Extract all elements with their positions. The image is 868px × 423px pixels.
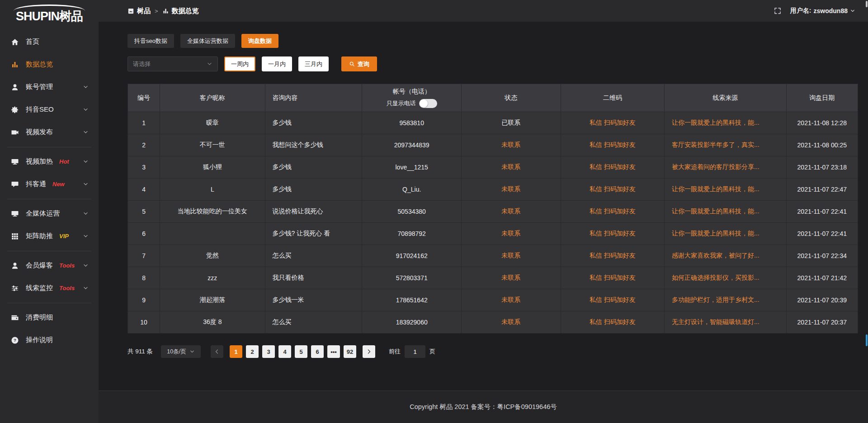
sidebar-item-video-publish[interactable]: 视频发布	[0, 121, 99, 144]
cell-nickname: 当地比较能吃的一位美女	[160, 201, 265, 223]
scrollbar-thumb[interactable]	[866, 1, 868, 7]
content: 抖音seo数据全媒体运营数据询盘数据 请选择 一周内一月内三月内 查询	[99, 22, 868, 390]
page-button-3[interactable]: 3	[262, 345, 275, 358]
cell-account: Q_Liu.	[362, 179, 462, 201]
cell-source-link[interactable]: 多功能护栏灯，适用于乡村文...	[664, 289, 786, 311]
page-button-4[interactable]: 4	[278, 345, 291, 358]
cell-qrcode-links[interactable]: 私信 扫码加好友	[561, 223, 664, 245]
sidebar-item-badge: Tools	[59, 262, 75, 269]
sidebar-item-badge: Hot	[59, 158, 69, 165]
sidebar-item-label: 抖客通	[26, 180, 46, 188]
table-row: 3狐小狸多少钱love__1215未联系私信 扫码加好友被大家追着问的客厅投影分…	[128, 156, 858, 179]
cell-date: 2021-11-07 21:42	[786, 267, 858, 289]
phone-only-toggle[interactable]	[419, 99, 437, 108]
filter-select[interactable]: 请选择	[127, 56, 218, 71]
cell-qrcode-links[interactable]: 私信 扫码加好友	[561, 156, 664, 179]
next-page-button[interactable]	[363, 345, 375, 358]
breadcrumb-item-current[interactable]: 数据总览	[162, 7, 199, 15]
monitor-icon	[11, 210, 19, 218]
goto-page-input[interactable]	[405, 345, 425, 358]
table-header-row: 编号 客户昵称 咨询内容 帐号（电话） 只显示电话 状态	[128, 84, 858, 112]
cell-account: 70898792	[362, 223, 462, 245]
tab-0[interactable]: 抖音seo数据	[127, 34, 174, 48]
scrollbar-marker	[866, 334, 868, 346]
page-button-6[interactable]: 6	[311, 345, 324, 358]
cell-source-link[interactable]: 让你一眼就爱上的黑科技，能...	[664, 179, 786, 201]
cell-qrcode-links[interactable]: 私信 扫码加好友	[561, 201, 664, 223]
period-button-0[interactable]: 一周内	[224, 56, 255, 71]
cell-source-link[interactable]: 让你一眼就爱上的黑科技，能...	[664, 201, 786, 223]
cell-nickname: 36度 8	[160, 311, 265, 334]
cell-source-link[interactable]: 客厅安装投影半年多了，真实...	[664, 134, 786, 156]
tab-2[interactable]: 询盘数据	[241, 34, 278, 48]
col-content: 咨询内容	[265, 84, 362, 112]
cell-source-link[interactable]: 无主灯设计，智能磁吸轨道灯...	[664, 311, 786, 334]
sidebar-item-label: 首页	[26, 38, 39, 46]
cell-date: 2021-11-07 22:41	[786, 201, 858, 223]
cell-qrcode-links[interactable]: 私信 扫码加好友	[561, 311, 664, 334]
sidebar-item-member-baoke[interactable]: 会员爆客Tools	[0, 254, 99, 277]
sidebar-item-account-manage[interactable]: 账号管理	[0, 76, 99, 99]
fullscreen-icon[interactable]	[774, 7, 781, 14]
sidebar-item-consume-detail[interactable]: 消费明细	[0, 306, 99, 329]
page-button-5[interactable]: 5	[295, 345, 307, 358]
cell-source-link[interactable]: 被大家追着问的客厅投影分享...	[664, 156, 786, 179]
search-button[interactable]: 查询	[341, 56, 377, 71]
period-button-1[interactable]: 一月内	[262, 56, 292, 71]
chevron-down-icon	[83, 84, 89, 90]
sidebar-item-media-operation[interactable]: 全媒体运营	[0, 202, 99, 225]
chevron-down-icon	[83, 285, 89, 291]
cell-qrcode-links[interactable]: 私信 扫码加好友	[561, 112, 664, 134]
col-date: 询盘日期	[786, 84, 858, 112]
inquiry-table: 编号 客户昵称 咨询内容 帐号（电话） 只显示电话 状态	[127, 84, 858, 334]
sidebar-item-matrix-boost[interactable]: 矩阵助推VIP	[0, 225, 99, 248]
prev-page-button[interactable]	[211, 345, 223, 358]
cell-qrcode-links[interactable]: 私信 扫码加好友	[561, 179, 664, 201]
cell-no: 4	[128, 179, 160, 201]
user-menu[interactable]: 用户名: zswodun88	[790, 7, 855, 15]
cell-nickname: 不可一世	[160, 134, 265, 156]
sidebar-item-douketong[interactable]: 抖客通New	[0, 173, 99, 196]
chevron-down-icon	[83, 181, 89, 187]
chevron-down-icon	[850, 8, 855, 14]
chevron-down-icon	[83, 233, 89, 239]
cell-source-link[interactable]: 如何正确选择投影仪，买投影...	[664, 267, 786, 289]
tab-1[interactable]: 全媒体运营数据	[180, 34, 235, 48]
page-button-92[interactable]: 92	[344, 345, 356, 358]
sidebar-menu: 首页数据总览账号管理抖音SEO视频发布视频加热Hot抖客通New全媒体运营矩阵助…	[0, 24, 99, 352]
cell-date: 2021-11-07 20:39	[786, 289, 858, 311]
sidebar-divider	[7, 303, 91, 303]
sidebar-item-help[interactable]: 操作说明	[0, 329, 99, 352]
cell-source-link[interactable]: 感谢大家喜欢我家，被问了好...	[664, 245, 786, 267]
sidebar-item-label: 视频发布	[26, 128, 53, 136]
cell-source-link[interactable]: 让你一眼就爱上的黑科技，能...	[664, 112, 786, 134]
sidebar-item-video-heat[interactable]: 视频加热Hot	[0, 150, 99, 173]
cell-qrcode-links[interactable]: 私信 扫码加好友	[561, 267, 664, 289]
sidebar-item-label: 数据总览	[26, 60, 53, 69]
table-row: 9潮起潮落多少钱一米178651642未联系私信 扫码加好友多功能护栏灯，适用于…	[128, 289, 858, 311]
cell-status: 未联系	[462, 179, 561, 201]
page-size-select[interactable]: 10条/页	[161, 345, 201, 358]
page-button-1[interactable]: 1	[230, 345, 242, 358]
cell-nickname	[160, 223, 265, 245]
main-area: 树品 > 数据总览 用户名: zswodun88 抖音seo数据全媒体运营数据询…	[99, 0, 868, 423]
cell-qrcode-links[interactable]: 私信 扫码加好友	[561, 245, 664, 267]
sidebar-item-clue-monitor[interactable]: 线索监控Tools	[0, 277, 99, 300]
breadcrumb-item-home[interactable]: 树品	[127, 7, 151, 15]
page-button-2[interactable]: 2	[246, 345, 259, 358]
cell-qrcode-links[interactable]: 私信 扫码加好友	[561, 134, 664, 156]
sidebar-item-douyin-seo[interactable]: 抖音SEO	[0, 99, 99, 121]
sidebar-item-home[interactable]: 首页	[0, 31, 99, 53]
cell-qrcode-links[interactable]: 私信 扫码加好友	[561, 289, 664, 311]
cell-source-link[interactable]: 让你一眼就爱上的黑科技，能...	[664, 223, 786, 245]
sidebar-divider	[7, 199, 91, 199]
sidebar-item-data-overview[interactable]: 数据总览	[0, 53, 99, 76]
period-button-2[interactable]: 三月内	[298, 56, 329, 71]
col-qrcode: 二维码	[561, 84, 664, 112]
page-more-button[interactable]: •••	[327, 345, 340, 358]
footer: Copyright 树品 2021 备案号：粤ICP备09019646号	[99, 390, 868, 423]
filter-bar: 请选择 一周内一月内三月内 查询	[127, 56, 858, 71]
cell-no: 1	[128, 112, 160, 134]
chevron-down-icon	[83, 107, 89, 113]
table-row: 1036度 8怎么买183929060未联系私信 扫码加好友无主灯设计，智能磁吸…	[128, 311, 858, 334]
